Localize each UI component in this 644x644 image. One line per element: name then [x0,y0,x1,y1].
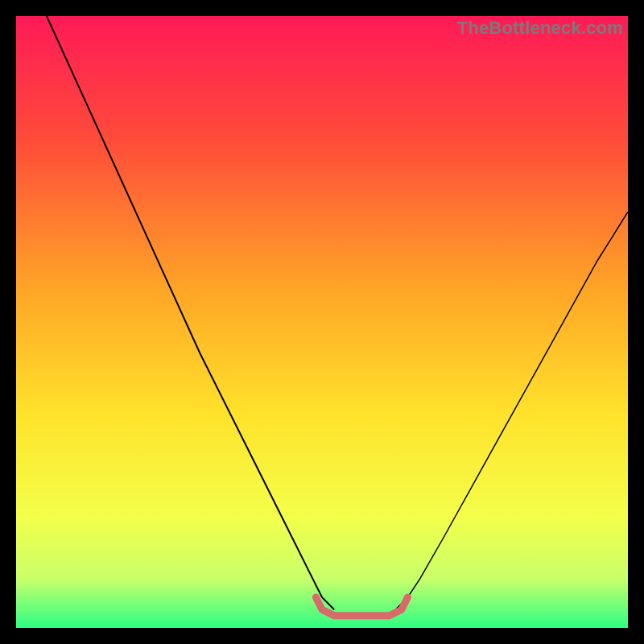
chart-frame: TheBottleneck.com [16,16,628,628]
chart-canvas [16,16,628,628]
watermark-label: TheBottleneck.com [457,18,623,39]
gradient-background [16,16,628,628]
